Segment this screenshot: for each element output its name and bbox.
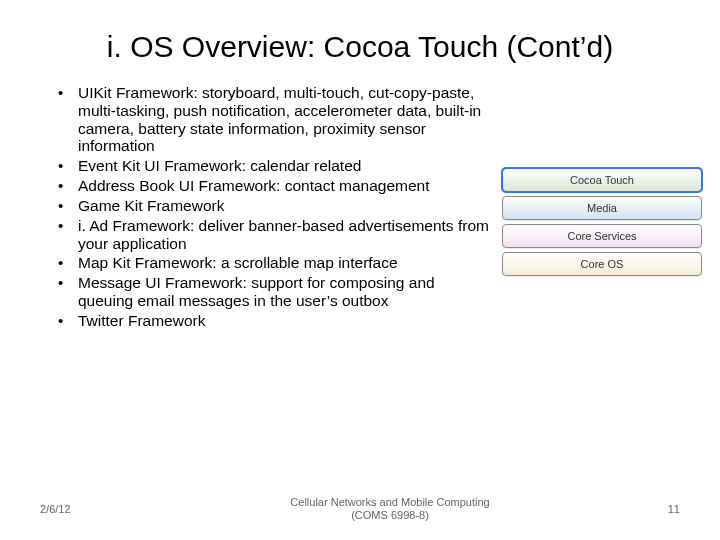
bullet-item: i. Ad Framework: deliver banner-based ad… [54,217,492,253]
bullet-item: Map Kit Framework: a scrollable map inte… [54,254,492,272]
layer-diagram: Cocoa TouchMediaCore ServicesCore OS [502,168,702,280]
bullet-item: Message UI Framework: support for compos… [54,274,492,310]
footer-date: 2/6/12 [40,503,160,515]
slide-title: i. OS Overview: Cocoa Touch (Cont’d) [0,0,720,84]
bullet-item: Game Kit Framework [54,197,492,215]
bullet-list: UIKit Framework: storyboard, multi-touch… [54,84,492,332]
bullet-item: UIKit Framework: storyboard, multi-touch… [54,84,492,155]
footer-page-number: 11 [620,503,680,515]
slide-body: UIKit Framework: storyboard, multi-touch… [0,84,720,332]
bullet-item: Twitter Framework [54,312,492,330]
layer-cocoa-touch: Cocoa Touch [502,168,702,192]
footer-course: Cellular Networks and Mobile Computing (… [160,496,620,522]
bullet-item: Event Kit UI Framework: calendar related [54,157,492,175]
footer-course-line2: (COMS 6998-8) [160,509,620,522]
layer-media: Media [502,196,702,220]
slide-footer: 2/6/12 Cellular Networks and Mobile Comp… [0,496,720,522]
bullet-item: Address Book UI Framework: contact manag… [54,177,492,195]
footer-course-line1: Cellular Networks and Mobile Computing [160,496,620,509]
layer-core-os: Core OS [502,252,702,276]
layer-core-services: Core Services [502,224,702,248]
